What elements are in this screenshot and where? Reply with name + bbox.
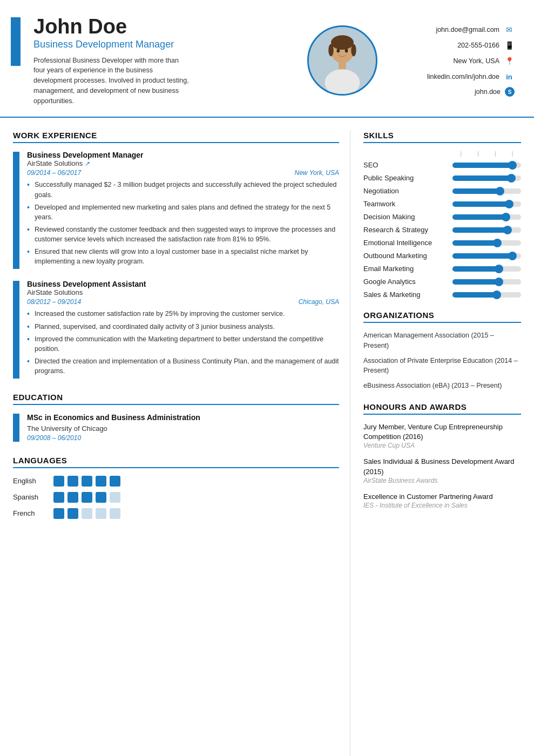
- tick-4: |: [504, 151, 521, 157]
- lang-dot: [96, 476, 106, 487]
- job-1-bullet-2: Developed and implemented new marketing …: [27, 202, 339, 222]
- skills-title: SKILLS: [363, 131, 521, 143]
- work-experience-title: WORK EXPERIENCE: [13, 131, 339, 143]
- contact-email: john.doe@gmail.com ✉: [436, 24, 515, 35]
- skill-googleanalytics: Google Analytics: [363, 278, 521, 286]
- job-1-content: Business Development Manager AirState So…: [27, 151, 339, 269]
- skill-ticks: | | | |: [452, 151, 521, 157]
- lang-dot: [67, 476, 78, 487]
- languages-title: LANGUAGES: [13, 456, 339, 468]
- job-2-bullet-4: Directed the creation and implementation…: [27, 356, 339, 376]
- lang-dot: [53, 492, 64, 503]
- lang-dot-empty: [110, 492, 120, 503]
- svg-point-7: [337, 49, 340, 53]
- job-1-company: AirState Solutions ↗: [27, 159, 339, 167]
- org-2: Association of Private Enterprise Educat…: [363, 356, 521, 375]
- skill-negotiation: Negotiation: [363, 187, 521, 195]
- job-1-bullet-3: Reviewed constantly the customer feedbac…: [27, 225, 339, 244]
- lang-dot: [53, 508, 64, 519]
- job-2-bullets: Increased the customer satisfaction rate…: [27, 309, 339, 376]
- skill-emotionalintelligence-bar-bg: [452, 240, 521, 246]
- lang-dot-empty: [82, 508, 92, 519]
- skill-negotiation-bar-bg: [452, 188, 521, 194]
- tick-1: |: [452, 151, 470, 157]
- lang-french-label: French: [13, 509, 48, 517]
- job-2-bullet-1: Increased the customer satisfaction rate…: [27, 309, 339, 319]
- lang-dot-empty: [96, 508, 106, 519]
- honours-section: HONOURS AND AWARDS Jury Member, Venture …: [363, 402, 521, 509]
- job-1-title: Business Development Manager: [27, 151, 339, 159]
- body: WORK EXPERIENCE Business Development Man…: [0, 118, 534, 756]
- skill-googleanalytics-bar-bg: [452, 279, 521, 285]
- candidate-name: John Doe: [33, 15, 294, 39]
- linkedin-icon: in: [504, 71, 515, 82]
- job-2-bullet-3: Improved the communication with the Mark…: [27, 334, 339, 354]
- linkedin-label: linkedin.com/in/john.doe: [427, 73, 499, 80]
- edu-school: The University of Chicago: [27, 424, 339, 433]
- skill-teamwork: Teamwork: [363, 200, 521, 208]
- skill-teamwork-bar-bg: [452, 201, 521, 207]
- candidate-photo: [307, 25, 377, 96]
- job-1-dates: 09/2014 – 06/2017: [27, 169, 81, 177]
- skill-googleanalytics-bar-fill: [452, 279, 501, 285]
- resume-container: John Doe Business Development Manager Pr…: [0, 0, 534, 756]
- skype-icon: S: [505, 87, 515, 97]
- award-2-name: Sales Individual & Business Development …: [363, 457, 521, 476]
- lang-english-label: English: [13, 477, 48, 485]
- lang-dot: [110, 476, 120, 487]
- award-2-org: AirState Business Awards: [363, 477, 521, 484]
- lang-dot: [96, 492, 106, 503]
- lang-dot: [82, 476, 92, 487]
- header: John Doe Business Development Manager Pr…: [0, 0, 534, 118]
- svg-point-4: [331, 35, 354, 50]
- lang-french: French: [13, 508, 339, 519]
- skill-researchstrategy: Research & Strategy: [363, 226, 521, 234]
- lang-dot: [82, 492, 92, 503]
- location-icon: 📍: [504, 56, 515, 66]
- skill-googleanalytics-label: Google Analytics: [363, 278, 447, 286]
- job-1: Business Development Manager AirState So…: [13, 151, 339, 269]
- job-1-location: New York, USA: [295, 169, 339, 177]
- skill-salesmarketing: Sales & Marketing: [363, 291, 521, 299]
- skill-decisionmaking-label: Decision Making: [363, 213, 447, 221]
- skill-negotiation-label: Negotiation: [363, 187, 447, 195]
- skill-seo-bar-bg: [452, 163, 521, 168]
- contact-skype: john.doe S: [475, 87, 515, 97]
- contact-block: john.doe@gmail.com ✉ 202-555-0166 📱 New …: [390, 24, 515, 97]
- award-3-org: IES - Institute of Excellence in Sales: [363, 502, 521, 509]
- header-accent-bar: [11, 17, 21, 66]
- svg-point-5: [328, 44, 334, 57]
- skill-teamwork-bar-fill: [452, 201, 511, 207]
- skill-emailmarketing-bar-fill: [452, 266, 501, 272]
- edu-degree: MSc in Economics and Business Administra…: [27, 413, 339, 423]
- job-2-dates: 08/2012 – 09/2014: [27, 298, 81, 306]
- tick-3: |: [487, 151, 504, 157]
- svg-point-8: [345, 49, 348, 53]
- job-2-bar: [13, 281, 19, 379]
- education-section: EDUCATION MSc in Economics and Business …: [13, 393, 339, 442]
- skill-salesmarketing-label: Sales & Marketing: [363, 291, 447, 299]
- lang-dot: [67, 508, 78, 519]
- skill-emotionalintelligence-bar-fill: [452, 240, 499, 246]
- lang-spanish: Spanish: [13, 492, 339, 503]
- skill-salesmarketing-bar-fill: [452, 292, 498, 298]
- job-1-bar: [13, 152, 19, 269]
- skill-negotiation-bar-fill: [452, 188, 502, 194]
- skill-emotionalintelligence: Emotional Intelligence: [363, 239, 521, 247]
- contact-phone: 202-555-0166 📱: [457, 40, 515, 51]
- lang-dot-empty: [110, 508, 120, 519]
- skill-decisionmaking: Decision Making: [363, 213, 521, 221]
- skill-publicspeaking: Public Speaking: [363, 174, 521, 182]
- skill-emotionalintelligence-label: Emotional Intelligence: [363, 239, 447, 247]
- edu-content: MSc in Economics and Business Administra…: [27, 413, 339, 442]
- svg-point-6: [351, 44, 356, 57]
- skill-outboundmarketing-bar-fill: [452, 253, 514, 259]
- lang-english-dots: [53, 476, 120, 487]
- honours-title: HONOURS AND AWARDS: [363, 402, 521, 415]
- job-2: Business Development Assistant AirState …: [13, 280, 339, 379]
- email-label: john.doe@gmail.com: [436, 26, 499, 33]
- org-3: eBusiness Association (eBA) (2013 – Pres…: [363, 381, 521, 390]
- contact-location: New York, USA 📍: [454, 56, 515, 66]
- lang-spanish-label: Spanish: [13, 493, 48, 501]
- job-1-dates-row: 09/2014 – 06/2017 New York, USA: [27, 169, 339, 177]
